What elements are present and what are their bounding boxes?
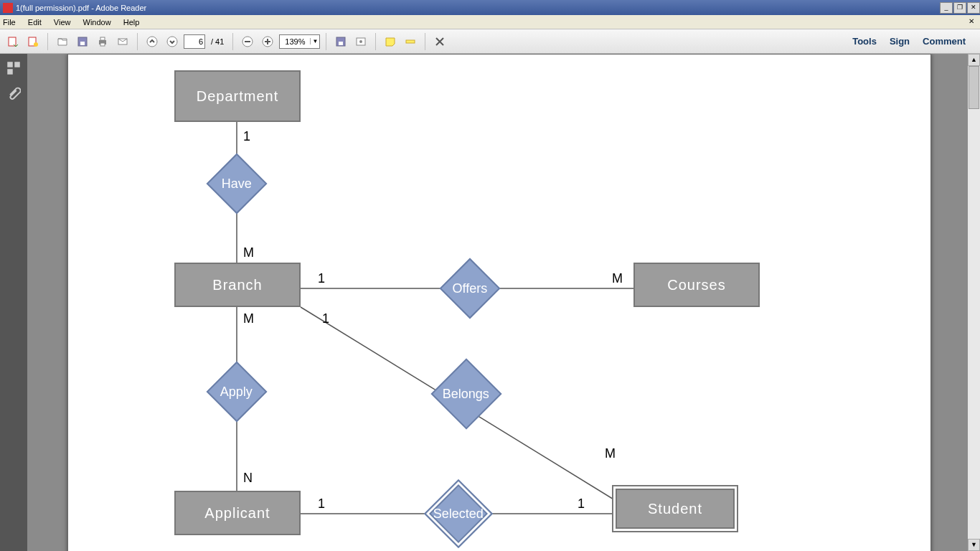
entity-department: Department	[174, 70, 301, 122]
pdf-page: Department Branch Courses Applicant Stud…	[67, 54, 931, 551]
svg-point-19	[359, 40, 362, 43]
print-icon[interactable]	[94, 33, 111, 50]
email-icon[interactable]	[114, 33, 131, 50]
scroll-thumb[interactable]	[969, 66, 979, 109]
comment-panel-button[interactable]: Comment	[923, 36, 966, 47]
separator	[137, 33, 138, 50]
thumbnails-icon[interactable]	[6, 61, 21, 75]
zoom-input[interactable]	[280, 37, 310, 46]
page-down-icon[interactable]	[164, 33, 181, 50]
menu-edit[interactable]: Edit	[28, 18, 42, 27]
vertical-scrollbar[interactable]: ▲ ▼	[968, 54, 980, 551]
svg-point-2	[34, 42, 38, 47]
read-mode-icon[interactable]	[431, 33, 448, 50]
svg-rect-6	[100, 37, 105, 40]
sticky-note-icon[interactable]	[382, 33, 399, 50]
restore-button[interactable]: ❐	[953, 2, 966, 14]
menu-help[interactable]: Help	[123, 18, 140, 27]
entity-applicant: Applicant	[174, 491, 301, 535]
card-apply-applicant: N	[243, 471, 253, 486]
menu-bar: File Edit View Window Help ✕	[0, 15, 980, 29]
menu-file[interactable]: File	[3, 18, 16, 27]
toolbar-right: Tools Sign Comment	[852, 36, 976, 47]
menu-items: File Edit View Window Help	[3, 18, 149, 27]
open-icon[interactable]	[54, 33, 71, 50]
card-branch-belongs: 1	[322, 311, 329, 326]
create-pdf-icon[interactable]	[24, 33, 42, 50]
export-pdf-icon[interactable]	[4, 33, 22, 50]
card-offers-courses: M	[612, 271, 623, 286]
save-icon[interactable]	[74, 33, 91, 50]
chevron-down-icon[interactable]: ▼	[310, 38, 319, 44]
window-titlebar: 1(full permission).pdf - Adobe Reader _ …	[0, 0, 980, 15]
card-selected-student: 1	[578, 496, 585, 512]
document-area[interactable]: Department Branch Courses Applicant Stud…	[27, 54, 968, 551]
svg-rect-22	[14, 62, 20, 67]
page-up-icon[interactable]	[143, 33, 161, 50]
minimize-button[interactable]: _	[940, 2, 953, 14]
entity-branch: Branch	[174, 263, 301, 307]
svg-rect-4	[80, 42, 85, 45]
entity-courses: Courses	[633, 263, 760, 307]
scroll-up-icon[interactable]: ▲	[968, 54, 980, 66]
card-have-branch: M	[243, 245, 254, 260]
tools-panel-button[interactable]: Tools	[852, 36, 877, 47]
close-button[interactable]: ✕	[967, 2, 980, 14]
save-copy-icon[interactable]	[332, 33, 349, 50]
card-branch-offers: 1	[318, 271, 325, 286]
separator	[375, 33, 376, 50]
page-number-input[interactable]	[184, 34, 205, 49]
svg-point-9	[147, 37, 157, 47]
entity-student: Student	[612, 485, 738, 532]
zoom-out-icon[interactable]	[239, 33, 256, 50]
separator	[232, 33, 233, 50]
svg-rect-21	[7, 62, 13, 67]
card-dept-have: 1	[243, 129, 250, 144]
card-applicant-selected: 1	[318, 496, 325, 512]
window-title: 1(full permission).pdf - Adobe Reader	[16, 4, 146, 12]
svg-rect-0	[9, 37, 16, 46]
toolbar: / 41 ▼ Tools Sign Comment	[0, 29, 980, 54]
app-icon	[3, 3, 13, 13]
menu-window[interactable]: Window	[83, 18, 111, 27]
nav-pane	[0, 54, 27, 551]
er-diagram: Department Branch Courses Applicant Stud…	[68, 55, 930, 551]
snapshot-icon[interactable]	[352, 33, 369, 50]
attachments-icon[interactable]	[6, 87, 21, 101]
svg-rect-20	[406, 40, 415, 43]
zoom-in-icon[interactable]	[259, 33, 276, 50]
page-total-label: / 41	[211, 37, 224, 46]
separator	[47, 33, 48, 50]
menu-view[interactable]: View	[54, 18, 71, 27]
separator	[425, 33, 425, 50]
card-branch-apply: M	[243, 311, 254, 326]
highlight-icon[interactable]	[402, 33, 419, 50]
window-controls: _ ❐ ✕	[939, 2, 980, 14]
scroll-down-icon[interactable]: ▼	[968, 539, 980, 551]
card-belongs-student: M	[605, 446, 616, 461]
doc-close-button[interactable]: ✕	[966, 17, 977, 27]
zoom-select[interactable]: ▼	[279, 34, 320, 49]
svg-rect-17	[339, 42, 343, 45]
separator	[326, 33, 326, 50]
svg-point-10	[167, 37, 177, 47]
sign-panel-button[interactable]: Sign	[890, 36, 910, 47]
svg-rect-7	[100, 43, 105, 46]
svg-rect-23	[7, 69, 13, 75]
